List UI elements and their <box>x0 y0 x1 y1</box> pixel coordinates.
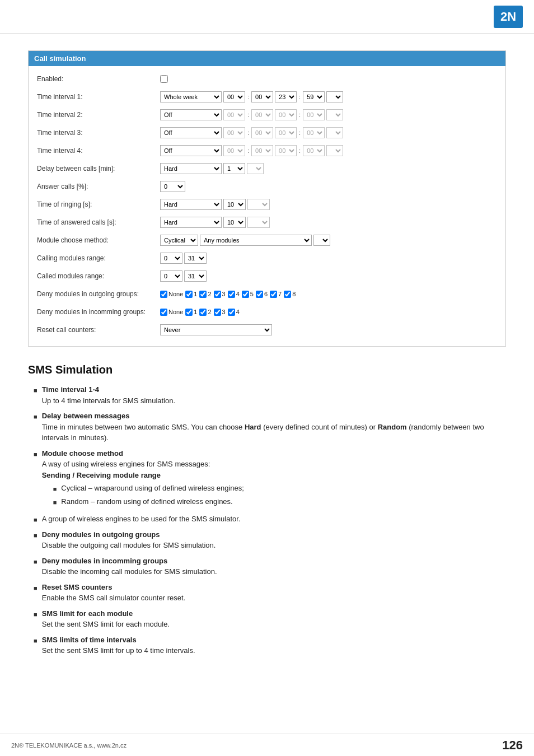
outgoing-3-checkbox[interactable] <box>214 291 221 298</box>
delay-val1-select[interactable]: 12510 <box>223 163 245 174</box>
ti2-day-select[interactable]: OffWhole week <box>160 109 222 120</box>
ti3-extra-select[interactable] <box>326 127 343 138</box>
calling-from-select[interactable]: 015 <box>160 253 182 264</box>
row-module-method: Module choose method: CyclicalRandom Any… <box>37 233 497 248</box>
incoming-1-checkbox[interactable] <box>185 309 193 316</box>
delay-mode-select[interactable]: HardRandom <box>160 163 222 174</box>
bullet-icon-3: ■ <box>34 450 38 459</box>
answered-mode-select[interactable]: HardRandom <box>160 217 222 228</box>
ti4-extra-select[interactable] <box>326 145 343 156</box>
outgoing-6-checkbox[interactable] <box>256 291 263 298</box>
row-deny-outgoing: Deny modules in outgoing groups: None 1 … <box>37 287 497 301</box>
footer-page: 126 <box>502 738 523 753</box>
ti3-day-select[interactable]: OffWhole week <box>160 127 222 138</box>
label-answer-calls: Answer calls [%]: <box>37 183 160 190</box>
panel-header: Call simulation <box>29 51 505 66</box>
label-time-interval-3: Time interval 3: <box>37 129 160 137</box>
outgoing-7-checkbox[interactable] <box>270 291 277 298</box>
ti2-m2-select[interactable]: 00 <box>303 109 325 120</box>
controls-deny-incoming: None 1 2 3 4 <box>160 309 240 316</box>
outgoing-5-checkbox[interactable] <box>242 291 249 298</box>
ti1-m1-select[interactable]: 003059 <box>251 91 273 102</box>
controls-deny-outgoing: None 1 2 3 4 <box>160 291 296 298</box>
ringing-val2-select[interactable] <box>247 199 270 210</box>
ti1-day-select[interactable]: Whole weekMondayTuesdayWednesdayThursday… <box>160 91 222 102</box>
outgoing-8-checkbox[interactable] <box>284 291 291 298</box>
enabled-checkbox[interactable] <box>160 75 168 83</box>
sms-content-5: Deny modules in incomming groups Disable… <box>42 556 506 577</box>
outgoing-6-label: 6 <box>264 291 268 297</box>
ti3-h2-select[interactable]: 00 <box>275 127 297 138</box>
ti1-h2-select[interactable]: 230001 <box>275 91 297 102</box>
ringing-val1-select[interactable]: 1052030 <box>223 199 246 210</box>
incoming-2-label: 2 <box>208 309 211 315</box>
ti1-m2-select[interactable]: 590030 <box>303 91 325 102</box>
ti2-extra-select[interactable] <box>326 109 343 120</box>
sms-title-3: Module choose method <box>42 449 123 458</box>
calling-to-select[interactable]: 31015 <box>184 253 207 264</box>
outgoing-1-checkbox[interactable] <box>185 291 193 298</box>
answered-val1-select[interactable]: 1052030 <box>223 217 246 228</box>
outgoing-none-checkbox[interactable] <box>160 291 167 298</box>
top-bar: 2N <box>0 0 534 34</box>
incoming-none-checkbox[interactable] <box>160 309 167 316</box>
module-extra-select[interactable] <box>313 235 330 246</box>
bullet-icon-1: ■ <box>34 386 38 395</box>
incoming-4-checkbox[interactable] <box>228 309 235 316</box>
module-any-select[interactable]: Any modulesModule 1 <box>200 235 312 246</box>
ti3-m2-select[interactable]: 00 <box>303 127 325 138</box>
sms-content-2: Delay between messages Time in minutes b… <box>42 410 506 444</box>
answer-pct-select[interactable]: 0102050100 <box>160 181 185 192</box>
incoming-4-item: 4 <box>228 309 240 316</box>
outgoing-4-checkbox[interactable] <box>228 291 235 298</box>
ti1-h1-select[interactable]: 000123 <box>223 91 245 102</box>
incoming-3-checkbox[interactable] <box>214 309 221 316</box>
called-to-select[interactable]: 31015 <box>184 270 207 282</box>
outgoing-2-checkbox[interactable] <box>199 291 207 298</box>
ti2-h1-select[interactable]: 00 <box>223 109 245 120</box>
outgoing-2-item: 2 <box>199 291 211 298</box>
bullet-icon-4: ■ <box>34 531 38 540</box>
outgoing-7-label: 7 <box>278 291 282 297</box>
incoming-none-item: None <box>160 309 183 316</box>
sms-item-limit-interval: ■ SMS limits of time intervals Set the s… <box>34 634 506 656</box>
delay-val2-select[interactable] <box>247 163 264 174</box>
row-time-answered: Time of answered calls [s]: HardRandom 1… <box>37 215 497 230</box>
row-calling-range: Calling modules range: 015 31015 <box>37 251 497 265</box>
sms-body-4: Disable the outgoing call modules for SM… <box>42 541 216 549</box>
ti4-h2-select[interactable]: 00 <box>275 145 297 156</box>
sms-content-3: Module choose method A way of using wire… <box>42 448 506 510</box>
module-method-select[interactable]: CyclicalRandom <box>160 235 198 246</box>
outgoing-4-label: 4 <box>236 291 240 297</box>
label-enabled: Enabled: <box>37 75 160 83</box>
ti4-day-select[interactable]: OffWhole week <box>160 145 222 156</box>
ti3-h1-select[interactable]: 00 <box>223 127 245 138</box>
sms-item-deny-incoming: ■ Deny modules in incomming groups Disab… <box>34 556 506 577</box>
ti4-m1-select[interactable]: 00 <box>251 145 273 156</box>
sms-sub-body-3-1: Random – random using of defined wireles… <box>61 496 232 507</box>
sms-item-deny-outgoing: ■ Deny modules in outgoing groups Disabl… <box>34 529 506 551</box>
panel-body: Enabled: Time interval 1: Whole weekMond… <box>29 66 505 346</box>
ti4-h1-select[interactable]: 00 <box>223 145 245 156</box>
ti3-m1-select[interactable]: 00 <box>251 127 273 138</box>
sms-sub-title-3: Sending / Receiving module range <box>42 471 161 479</box>
reset-select[interactable]: NeverDailyWeeklyMonthly <box>160 324 272 335</box>
sms-title-1: Time interval 1-4 <box>42 385 99 394</box>
incoming-2-checkbox[interactable] <box>199 309 207 316</box>
controls-called-range: 015 31015 <box>160 270 207 282</box>
called-from-select[interactable]: 015 <box>160 270 182 282</box>
ringing-mode-select[interactable]: HardRandom <box>160 199 222 210</box>
ti1-extra-select[interactable] <box>326 91 343 102</box>
answered-val2-select[interactable] <box>247 217 270 228</box>
incoming-3-item: 3 <box>214 309 226 316</box>
footer: 2N® TELEKOMUNIKACE a.s., www.2n.cz 126 <box>0 734 534 756</box>
footer-left: 2N® TELEKOMUNIKACE a.s., www.2n.cz <box>11 742 127 749</box>
incoming-none-label: None <box>168 309 183 315</box>
sms-body-extra: A group of wireless engines to be used f… <box>42 515 241 523</box>
ti2-h2-select[interactable]: 00 <box>275 109 297 120</box>
bullet-icon-7: ■ <box>34 610 38 619</box>
ti4-m2-select[interactable]: 00 <box>303 145 325 156</box>
ti2-m1-select[interactable]: 00 <box>251 109 273 120</box>
sms-item-reset: ■ Reset SMS counters Enable the SMS call… <box>34 582 506 604</box>
sms-item-time-interval: ■ Time interval 1-4 Up to 4 time interva… <box>34 384 506 406</box>
